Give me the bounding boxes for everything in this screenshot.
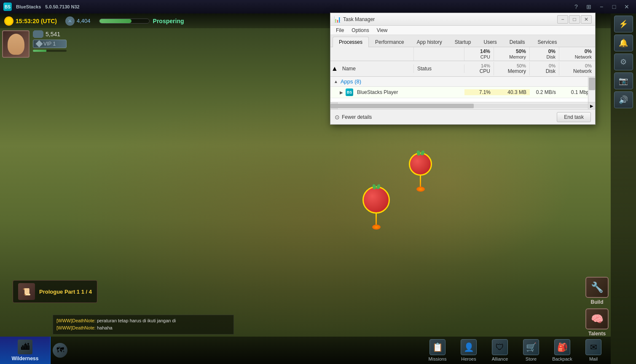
tomato-marker-2[interactable] <box>362 186 390 230</box>
tm-expand-arrow[interactable]: ▶ <box>340 90 343 95</box>
chat-text-1: peraturan tetap harus di ikuti jangan di <box>97 318 176 323</box>
chat-text-2: hahaha <box>97 325 113 330</box>
backpack-icon: 🎒 <box>554 339 570 355</box>
tab-details[interactable]: Details <box>503 37 531 47</box>
store-label: Store <box>526 356 537 361</box>
tm-vertical-scrollbar[interactable] <box>588 77 595 102</box>
tm-col-disk[interactable]: 0% Disk <box>530 62 559 75</box>
tab-startup[interactable]: Startup <box>448 37 478 47</box>
quest-icon: 📜 <box>18 283 35 300</box>
missions-button[interactable]: 📋 Missions <box>422 337 453 364</box>
mail-icon: ✉ <box>585 339 601 355</box>
bluestacks-icon: BS <box>3 3 12 11</box>
bluestacks-help-button[interactable]: ? <box>570 3 582 11</box>
exp-bar <box>33 50 67 52</box>
talents-label: Talents <box>588 331 606 337</box>
tm-col-memory[interactable]: 50% Memory <box>494 62 530 75</box>
power-icon: ⚔ <box>65 16 75 26</box>
bluestacks-restore-button[interactable]: □ <box>608 3 620 11</box>
side-button-1[interactable]: ⚡ <box>614 16 633 32</box>
bluestacks-minimize-button[interactable]: − <box>596 3 607 11</box>
vip-diamond-icon <box>36 40 43 48</box>
task-manager-window-controls: − □ ✕ <box>557 15 592 24</box>
backpack-button[interactable]: 🎒 Backpack <box>547 337 577 364</box>
tm-table-header: ▲ Name Status 14% CPU 50% Memory 0% Disk… <box>330 61 595 77</box>
avatar-face <box>8 34 24 55</box>
tm-stat-cpu: 14% CPU <box>464 47 494 61</box>
task-manager-icon: 📊 <box>334 16 341 23</box>
tomato-marker-1[interactable] <box>409 153 432 192</box>
side-button-4[interactable]: 📷 <box>614 72 633 89</box>
build-button[interactable]: 🔧 Build <box>585 277 609 305</box>
tm-sort-icon: ▲ <box>330 65 339 72</box>
chat-name-2: [WWW]DeathNote: <box>56 325 96 330</box>
tab-app-history[interactable]: App history <box>411 37 448 47</box>
tm-table-body: ▲ Apps (8) ▶ BS BlueStacks Player 7.1% 4… <box>330 77 595 102</box>
tab-performance[interactable]: Performance <box>369 37 411 47</box>
bluestacks-process-icon: BS <box>346 88 353 96</box>
tm-scroll-thumb[interactable] <box>589 78 595 90</box>
tm-horizontal-scrollbar[interactable]: ◀ ▶ <box>330 102 595 109</box>
alliance-button[interactable]: 🛡 Alliance <box>485 337 515 364</box>
tm-col-status[interactable]: Status <box>414 64 464 73</box>
wilderness-button[interactable]: 🏙 Wilderness <box>0 337 51 364</box>
table-row[interactable]: ▶ BS BlueStacks Player 7.1% 40.3 MB 0.2 … <box>330 87 595 98</box>
tm-col-name[interactable]: Name <box>339 64 414 73</box>
tomato-pin-1 <box>420 175 421 187</box>
tomato-stem-2 <box>373 184 380 189</box>
fewer-details-button[interactable]: ⊙ Fewer details <box>335 114 372 120</box>
tm-stat-network: 0% Network <box>559 47 595 61</box>
tab-users[interactable]: Users <box>477 37 503 47</box>
tab-processes[interactable]: Processes <box>333 37 369 47</box>
bluestacks-multi-button[interactable]: ⊞ <box>583 3 595 11</box>
tab-services[interactable]: Services <box>531 37 564 47</box>
quest-indicator[interactable]: 📜 Prologue Part 1 1 / 4 <box>13 280 97 303</box>
mail-button[interactable]: ✉ Mail <box>578 337 609 364</box>
tm-expand-icon[interactable]: ▲ <box>334 79 338 84</box>
talents-button[interactable]: 🧠 Talents <box>585 308 609 337</box>
task-manager-menu-bar: File Options View <box>330 26 595 35</box>
game-power: ⚔ 4,404 <box>65 16 91 26</box>
bluestacks-titlebar: BS BlueStacks 5.0.50.7130 N32 ? ⊞ − □ ✕ <box>0 0 636 13</box>
bluestacks-version: 5.0.50.7130 N32 <box>45 4 79 9</box>
tm-col-cpu[interactable]: 14% CPU <box>464 62 494 75</box>
tm-menu-file[interactable]: File <box>333 27 347 34</box>
tm-hscroll-thumb[interactable] <box>330 104 474 108</box>
player-avatar[interactable] <box>2 30 30 58</box>
end-task-button[interactable]: End task <box>557 112 591 122</box>
wilderness-label: Wilderness <box>12 356 39 361</box>
tm-apps-group-header[interactable]: ▲ Apps (8) <box>330 77 595 87</box>
task-manager-tabs: Processes Performance App history Startu… <box>330 35 595 47</box>
task-manager-titlebar: 📊 Task Manager − □ ✕ <box>330 13 595 26</box>
tomato-stem-1 <box>417 150 424 155</box>
tm-stat-spacer <box>330 47 414 61</box>
store-button[interactable]: 🛒 Store <box>516 337 546 364</box>
tm-col-network[interactable]: 0% Network <box>559 62 595 75</box>
tm-hscroll-track <box>330 104 595 108</box>
bluestacks-close-button[interactable]: ✕ <box>621 3 633 11</box>
tomato-base-2 <box>372 225 381 230</box>
tm-minimize-button[interactable]: − <box>557 15 568 24</box>
tm-menu-options[interactable]: Options <box>348 27 372 34</box>
tm-stat-memory: 50% Memory <box>494 47 530 61</box>
player-ammo: 5,541 <box>33 30 67 38</box>
side-button-2[interactable]: 🔔 <box>614 35 633 51</box>
tomato-circle-2 <box>362 186 390 214</box>
side-button-5[interactable]: 🔊 <box>614 91 633 108</box>
prosperity-fill <box>99 19 132 23</box>
tm-stat-disk: 0% Disk <box>530 47 559 61</box>
build-label: Build <box>591 299 604 305</box>
tm-menu-view[interactable]: View <box>373 27 391 34</box>
tomato-pin-2 <box>376 213 377 225</box>
map-button[interactable]: 🗺 <box>51 337 70 364</box>
tm-hscroll-right-button[interactable]: ▶ <box>588 102 595 110</box>
tm-process-disk: 0.2 MB/s <box>530 89 559 95</box>
alliance-label: Alliance <box>492 356 508 361</box>
heroes-button[interactable]: 👤 Heroes <box>454 337 484 364</box>
tm-close-button[interactable]: ✕ <box>581 15 592 24</box>
side-button-3[interactable]: ⚙ <box>614 54 633 70</box>
heroes-icon: 👤 <box>461 339 477 355</box>
tm-process-expand[interactable]: ▶ <box>330 90 345 95</box>
tm-restore-button[interactable]: □ <box>569 15 580 24</box>
map-icon: 🗺 <box>53 343 67 358</box>
